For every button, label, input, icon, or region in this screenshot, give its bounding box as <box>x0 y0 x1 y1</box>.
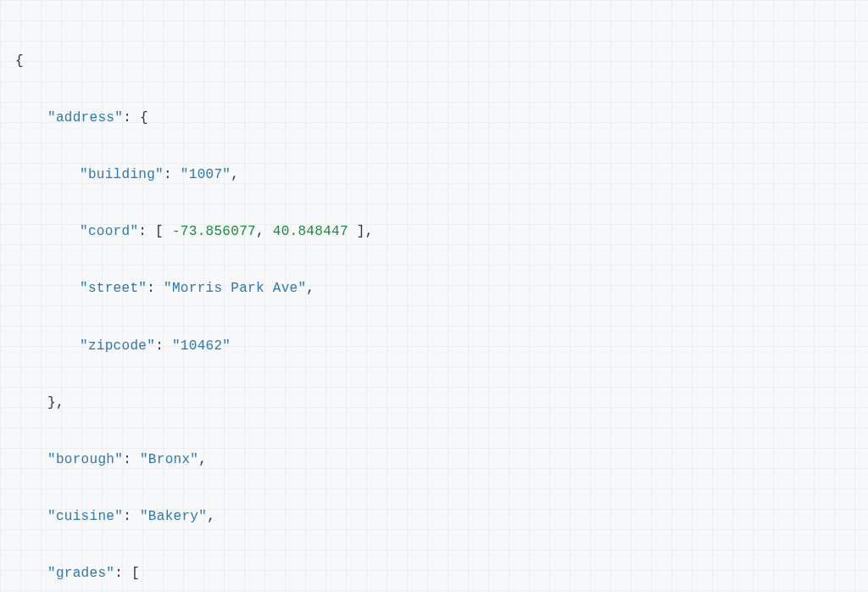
json-value-coord-0: -73.856077 <box>172 224 256 239</box>
json-value-cuisine: "Bakery" <box>140 509 207 524</box>
code-line: "address": { <box>15 104 853 133</box>
code-line: "cuisine": "Bakery", <box>15 503 853 532</box>
json-code-block: { "address": { "building": "1007", "coor… <box>15 19 853 592</box>
json-key-address: "address" <box>47 110 123 126</box>
json-value-coord-1: 40.848447 <box>273 224 348 239</box>
code-line: { <box>15 47 853 76</box>
json-key-cuisine: "cuisine" <box>47 509 123 524</box>
json-value-zipcode: "10462" <box>172 338 231 354</box>
json-key-zipcode: "zipcode" <box>80 338 155 354</box>
json-value-borough: "Bronx" <box>140 452 198 467</box>
code-line: "zipcode": "10462" <box>15 332 853 361</box>
json-value-building: "1007" <box>181 167 231 182</box>
json-value-street: "Morris Park Ave" <box>164 281 306 296</box>
code-line: "building": "1007", <box>15 161 853 190</box>
json-key-building: "building" <box>80 167 164 182</box>
json-key-coord: "coord" <box>80 224 138 239</box>
json-key-borough: "borough" <box>47 452 123 467</box>
brace-open: { <box>15 53 24 69</box>
code-line: "street": "Morris Park Ave", <box>15 275 853 304</box>
code-line: "borough": "Bronx", <box>15 446 853 475</box>
code-line: "coord": [ -73.856077, 40.848447 ], <box>15 218 853 247</box>
code-line: "grades": [ <box>15 560 853 589</box>
json-key-street: "street" <box>80 281 147 296</box>
json-key-grades: "grades" <box>47 566 114 581</box>
code-line: }, <box>15 389 853 418</box>
